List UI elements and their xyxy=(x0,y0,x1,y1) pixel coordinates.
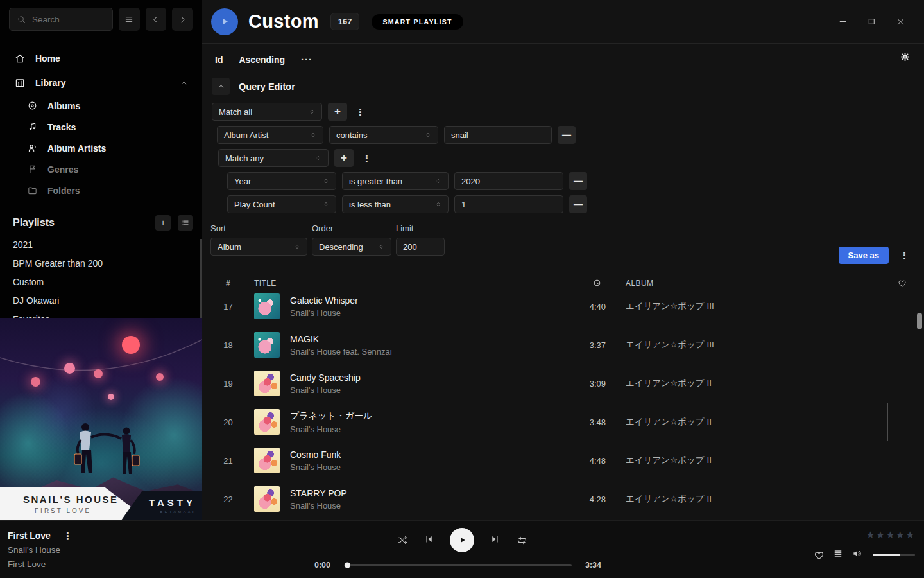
remove-rule-button[interactable]: — xyxy=(558,126,576,144)
track-album-cell[interactable]: エイリアン☆ポップ II xyxy=(620,441,888,480)
index-column-header[interactable]: # xyxy=(202,279,254,288)
now-playing-title[interactable]: First Love xyxy=(8,530,51,541)
rule-value-input[interactable]: snail xyxy=(444,126,552,144)
star-icon[interactable]: ★ xyxy=(906,529,915,541)
queue-button[interactable] xyxy=(833,548,843,561)
seek-handle[interactable] xyxy=(345,563,350,568)
heart-icon xyxy=(898,279,907,288)
add-playlist-button[interactable]: + xyxy=(155,215,171,231)
previous-track-button[interactable] xyxy=(424,534,434,547)
playlist-list-button[interactable] xyxy=(178,215,193,231)
rule-operator-select[interactable]: contains xyxy=(329,126,438,144)
table-row[interactable]: 19Candy SpaceshipSnail's House3:09エイリアン☆… xyxy=(202,364,924,403)
volume-icon[interactable] xyxy=(851,548,863,562)
track-album-cell[interactable]: エイリアン☆ポップ II xyxy=(620,364,888,403)
sidebar-item-label: Home xyxy=(35,53,60,64)
minimize-button[interactable] xyxy=(839,17,847,26)
next-track-button[interactable] xyxy=(490,534,501,547)
playlist-item[interactable]: BPM Greater than 200 xyxy=(0,254,202,273)
rule-field-select[interactable]: Album Artist xyxy=(217,126,323,144)
sidebar-item-label: Tracks xyxy=(47,122,76,132)
volume-slider[interactable] xyxy=(873,554,915,556)
remove-rule-button[interactable]: — xyxy=(569,195,587,213)
playlist-item[interactable]: Custom xyxy=(0,273,202,292)
nav-forward-button[interactable] xyxy=(172,8,193,31)
playlist-play-button[interactable] xyxy=(211,8,238,35)
play-pause-button[interactable] xyxy=(450,528,474,552)
now-playing-album[interactable]: First Love xyxy=(8,559,75,569)
page-title: Custom xyxy=(248,11,319,32)
rating-stars[interactable]: ★ ★ ★ ★ ★ xyxy=(866,529,915,541)
table-row[interactable]: 17Galactic WhisperSnail's House4:40エイリアン… xyxy=(202,292,924,326)
chevron-up-icon[interactable] xyxy=(180,79,188,87)
menu-button[interactable] xyxy=(119,8,140,31)
query-order-select[interactable]: Descending xyxy=(312,238,391,256)
title-column-header[interactable]: TITLE xyxy=(254,279,574,288)
track-duration: 3:09 xyxy=(574,379,620,389)
table-scrollbar-thumb[interactable] xyxy=(917,313,922,329)
favorite-column-header[interactable] xyxy=(888,279,916,288)
star-icon[interactable]: ★ xyxy=(886,529,895,541)
more-options-button[interactable]: ··· xyxy=(301,54,312,65)
match-type-select[interactable]: Match all xyxy=(212,103,322,121)
rule-operator-select[interactable]: is greater than xyxy=(342,172,449,190)
track-album: エイリアン☆ポップ II xyxy=(626,493,712,505)
sidebar-item-library[interactable]: Library xyxy=(0,71,202,95)
table-row[interactable]: 21Cosmo FunkSnail's House4:48エイリアン☆ポップ I… xyxy=(202,441,924,480)
table-row[interactable]: 20プラネット・ガールSnail's House3:48エイリアン☆ポップ II xyxy=(202,403,924,441)
close-button[interactable] xyxy=(896,17,905,26)
save-as-button[interactable]: Save as xyxy=(839,247,889,264)
track-title: Galactic Whisper xyxy=(290,295,358,306)
table-row[interactable]: 22STARRY POPSnail's House4:28エイリアン☆ポップ I… xyxy=(202,480,924,518)
query-sort-select[interactable]: Album xyxy=(210,238,307,256)
track-album-cell[interactable]: エイリアン☆ポップ III xyxy=(620,326,888,364)
query-limit-input[interactable]: 200 xyxy=(396,238,445,256)
save-menu-button[interactable]: ⋮ xyxy=(897,250,912,260)
track-album-cell[interactable]: エイリアン☆ポップ III xyxy=(620,292,888,326)
favorite-button[interactable] xyxy=(814,550,825,561)
track-artist: Snail's House xyxy=(290,501,347,511)
star-icon[interactable]: ★ xyxy=(896,529,905,541)
main-content: Custom 167 SMART PLAYLIST Id Ascending ·… xyxy=(202,0,924,520)
sidebar-item-albums[interactable]: Albums xyxy=(0,95,202,116)
rule-field-select[interactable]: Year xyxy=(227,172,336,190)
rule-value-input[interactable]: 1 xyxy=(454,195,563,213)
add-rule-button[interactable]: + xyxy=(328,103,347,121)
star-icon[interactable]: ★ xyxy=(866,529,875,541)
sidebar-item-home[interactable]: Home xyxy=(0,46,202,71)
group-menu-button[interactable]: ⋮ xyxy=(359,153,374,163)
sidebar-item-folders[interactable]: Folders xyxy=(0,180,202,201)
select-caret-icon xyxy=(309,108,315,116)
search-input-wrap[interactable] xyxy=(9,8,113,31)
duration-column-header[interactable] xyxy=(574,278,620,288)
search-input[interactable] xyxy=(32,15,96,24)
now-playing-artist[interactable]: Snail's House xyxy=(8,545,75,555)
track-album-cell[interactable]: エイリアン☆ポップ II xyxy=(620,403,888,441)
rule-group-menu-button[interactable]: ⋮ xyxy=(353,107,368,117)
track-album-cell[interactable]: エイリアン☆ポップ II xyxy=(620,480,888,518)
rule-operator-select[interactable]: is less than xyxy=(342,195,449,213)
shuffle-button[interactable] xyxy=(397,534,408,546)
rule-value-input[interactable]: 2020 xyxy=(454,172,563,190)
playlist-item[interactable]: 2021 xyxy=(0,236,202,254)
sidebar-item-genres[interactable]: Genres xyxy=(0,159,202,180)
star-icon[interactable]: ★ xyxy=(876,529,885,541)
group-add-rule-button[interactable]: + xyxy=(334,149,354,167)
collapse-query-editor-button[interactable] xyxy=(212,78,230,95)
rule-field-select[interactable]: Play Count xyxy=(227,195,336,213)
maximize-button[interactable] xyxy=(868,17,876,26)
group-match-type-select[interactable]: Match any xyxy=(218,149,329,167)
repeat-button[interactable] xyxy=(516,534,528,547)
sidebar-item-tracks[interactable]: Tracks xyxy=(0,116,202,137)
playlist-item[interactable]: DJ Okawari xyxy=(0,292,202,310)
album-column-header[interactable]: ALBUM xyxy=(620,279,888,288)
nav-back-button[interactable] xyxy=(146,8,167,31)
remove-rule-button[interactable]: — xyxy=(569,172,587,190)
sort-direction-button[interactable]: Ascending xyxy=(239,55,285,65)
settings-gear-button[interactable] xyxy=(900,51,911,65)
sidebar-item-album-artists[interactable]: Album Artists xyxy=(0,137,202,159)
sort-field-button[interactable]: Id xyxy=(215,55,223,65)
seek-slider[interactable] xyxy=(344,564,572,566)
table-row[interactable]: 18MAGIKSnail's House feat. Sennzai3:37エイ… xyxy=(202,326,924,364)
now-playing-menu-button[interactable]: ⋮ xyxy=(60,531,75,541)
